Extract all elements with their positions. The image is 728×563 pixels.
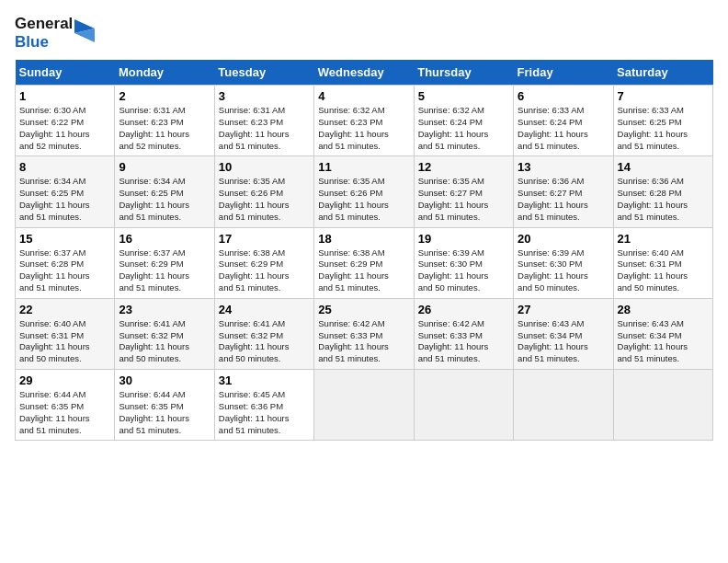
day-info: Sunrise: 6:37 AMSunset: 6:28 PMDaylight:…	[19, 247, 110, 294]
day-info: Sunrise: 6:32 AMSunset: 6:23 PMDaylight:…	[318, 105, 409, 152]
day-info: Sunrise: 6:39 AMSunset: 6:30 PMDaylight:…	[418, 247, 509, 294]
day-number: 8	[19, 160, 110, 174]
weekday-header: Thursday	[414, 60, 513, 86]
day-number: 10	[219, 160, 310, 174]
calendar-day-cell: 25Sunrise: 6:42 AMSunset: 6:33 PMDayligh…	[314, 298, 414, 369]
day-number: 7	[618, 89, 709, 103]
calendar-day-cell: 5Sunrise: 6:32 AMSunset: 6:24 PMDaylight…	[414, 86, 513, 156]
calendar-header: SundayMondayTuesdayWednesdayThursdayFrid…	[16, 60, 713, 86]
day-info: Sunrise: 6:33 AMSunset: 6:25 PMDaylight:…	[618, 105, 709, 152]
calendar-day-cell	[514, 370, 613, 441]
day-number: 27	[518, 303, 609, 316]
day-info: Sunrise: 6:38 AMSunset: 6:29 PMDaylight:…	[219, 247, 310, 294]
day-info: Sunrise: 6:36 AMSunset: 6:28 PMDaylight:…	[618, 176, 709, 223]
logo-bird-icon	[74, 19, 95, 47]
page-header: General Blue	[15, 15, 713, 51]
calendar-day-cell: 2Sunrise: 6:31 AMSunset: 6:23 PMDaylight…	[115, 86, 214, 156]
day-number: 13	[518, 160, 609, 174]
day-info: Sunrise: 6:42 AMSunset: 6:33 PMDaylight:…	[318, 318, 409, 365]
day-number: 2	[119, 89, 210, 103]
day-info: Sunrise: 6:37 AMSunset: 6:29 PMDaylight:…	[119, 247, 210, 294]
day-info: Sunrise: 6:39 AMSunset: 6:30 PMDaylight:…	[518, 247, 609, 294]
weekday-header: Saturday	[613, 60, 712, 86]
calendar-day-cell: 12Sunrise: 6:35 AMSunset: 6:27 PMDayligh…	[414, 156, 513, 227]
calendar-day-cell	[613, 370, 712, 441]
day-number: 6	[518, 89, 609, 103]
day-number: 20	[518, 232, 609, 246]
calendar-body: 1Sunrise: 6:30 AMSunset: 6:22 PMDaylight…	[16, 86, 713, 441]
calendar-day-cell: 26Sunrise: 6:42 AMSunset: 6:33 PMDayligh…	[414, 298, 513, 369]
day-number: 22	[19, 303, 110, 316]
day-info: Sunrise: 6:33 AMSunset: 6:24 PMDaylight:…	[518, 105, 609, 152]
calendar-day-cell: 27Sunrise: 6:43 AMSunset: 6:34 PMDayligh…	[514, 298, 613, 369]
calendar-day-cell: 15Sunrise: 6:37 AMSunset: 6:28 PMDayligh…	[16, 227, 115, 298]
day-info: Sunrise: 6:40 AMSunset: 6:31 PMDaylight:…	[19, 318, 110, 365]
day-info: Sunrise: 6:35 AMSunset: 6:27 PMDaylight:…	[418, 176, 509, 223]
day-info: Sunrise: 6:43 AMSunset: 6:34 PMDaylight:…	[618, 318, 709, 365]
day-number: 28	[618, 303, 709, 316]
day-info: Sunrise: 6:30 AMSunset: 6:22 PMDaylight:…	[19, 105, 110, 152]
day-info: Sunrise: 6:40 AMSunset: 6:31 PMDaylight:…	[618, 247, 709, 294]
weekday-row: SundayMondayTuesdayWednesdayThursdayFrid…	[16, 60, 713, 86]
calendar-day-cell: 7Sunrise: 6:33 AMSunset: 6:25 PMDaylight…	[613, 86, 712, 156]
day-number: 14	[618, 160, 709, 174]
day-number: 18	[318, 232, 409, 246]
calendar-day-cell: 11Sunrise: 6:35 AMSunset: 6:26 PMDayligh…	[314, 156, 414, 227]
day-number: 4	[318, 89, 409, 103]
day-number: 23	[119, 303, 210, 316]
day-number: 17	[219, 232, 310, 246]
day-number: 29	[19, 373, 110, 387]
calendar-day-cell: 31Sunrise: 6:45 AMSunset: 6:36 PMDayligh…	[214, 370, 313, 441]
calendar-day-cell: 4Sunrise: 6:32 AMSunset: 6:23 PMDaylight…	[314, 86, 414, 156]
day-number: 21	[618, 232, 709, 246]
day-number: 31	[219, 373, 310, 387]
day-info: Sunrise: 6:41 AMSunset: 6:32 PMDaylight:…	[219, 318, 310, 365]
calendar-day-cell: 14Sunrise: 6:36 AMSunset: 6:28 PMDayligh…	[613, 156, 712, 227]
calendar-day-cell: 6Sunrise: 6:33 AMSunset: 6:24 PMDaylight…	[514, 86, 613, 156]
day-info: Sunrise: 6:45 AMSunset: 6:36 PMDaylight:…	[219, 389, 310, 436]
calendar-day-cell: 21Sunrise: 6:40 AMSunset: 6:31 PMDayligh…	[613, 227, 712, 298]
day-number: 16	[119, 232, 210, 246]
calendar-week-row: 1Sunrise: 6:30 AMSunset: 6:22 PMDaylight…	[16, 86, 713, 156]
day-number: 19	[418, 232, 509, 246]
day-info: Sunrise: 6:42 AMSunset: 6:33 PMDaylight:…	[418, 318, 509, 365]
calendar-day-cell: 9Sunrise: 6:34 AMSunset: 6:25 PMDaylight…	[115, 156, 214, 227]
day-info: Sunrise: 6:35 AMSunset: 6:26 PMDaylight:…	[318, 176, 409, 223]
weekday-header: Monday	[115, 60, 214, 86]
calendar-table: SundayMondayTuesdayWednesdayThursdayFrid…	[15, 60, 713, 441]
day-info: Sunrise: 6:36 AMSunset: 6:27 PMDaylight:…	[518, 176, 609, 223]
calendar-day-cell: 22Sunrise: 6:40 AMSunset: 6:31 PMDayligh…	[16, 298, 115, 369]
calendar-day-cell: 19Sunrise: 6:39 AMSunset: 6:30 PMDayligh…	[414, 227, 513, 298]
day-number: 11	[318, 160, 409, 174]
day-number: 12	[418, 160, 509, 174]
calendar-day-cell: 30Sunrise: 6:44 AMSunset: 6:35 PMDayligh…	[115, 370, 214, 441]
day-number: 26	[418, 303, 509, 316]
calendar-day-cell	[314, 370, 414, 441]
calendar-day-cell	[414, 370, 513, 441]
day-number: 15	[19, 232, 110, 246]
day-info: Sunrise: 6:34 AMSunset: 6:25 PMDaylight:…	[19, 176, 110, 223]
logo: General Blue	[15, 15, 95, 51]
calendar-week-row: 15Sunrise: 6:37 AMSunset: 6:28 PMDayligh…	[16, 227, 713, 298]
weekday-header: Wednesday	[314, 60, 414, 86]
calendar-day-cell: 28Sunrise: 6:43 AMSunset: 6:34 PMDayligh…	[613, 298, 712, 369]
day-info: Sunrise: 6:32 AMSunset: 6:24 PMDaylight:…	[418, 105, 509, 152]
day-info: Sunrise: 6:31 AMSunset: 6:23 PMDaylight:…	[219, 105, 310, 152]
calendar-day-cell: 20Sunrise: 6:39 AMSunset: 6:30 PMDayligh…	[514, 227, 613, 298]
day-info: Sunrise: 6:44 AMSunset: 6:35 PMDaylight:…	[119, 389, 210, 436]
calendar-week-row: 29Sunrise: 6:44 AMSunset: 6:35 PMDayligh…	[16, 370, 713, 441]
day-info: Sunrise: 6:34 AMSunset: 6:25 PMDaylight:…	[119, 176, 210, 223]
day-info: Sunrise: 6:44 AMSunset: 6:35 PMDaylight:…	[19, 389, 110, 436]
calendar-day-cell: 18Sunrise: 6:38 AMSunset: 6:29 PMDayligh…	[314, 227, 414, 298]
day-info: Sunrise: 6:38 AMSunset: 6:29 PMDaylight:…	[318, 247, 409, 294]
day-info: Sunrise: 6:41 AMSunset: 6:32 PMDaylight:…	[119, 318, 210, 365]
calendar-week-row: 8Sunrise: 6:34 AMSunset: 6:25 PMDaylight…	[16, 156, 713, 227]
calendar-day-cell: 13Sunrise: 6:36 AMSunset: 6:27 PMDayligh…	[514, 156, 613, 227]
calendar-day-cell: 16Sunrise: 6:37 AMSunset: 6:29 PMDayligh…	[115, 227, 214, 298]
calendar-day-cell: 29Sunrise: 6:44 AMSunset: 6:35 PMDayligh…	[16, 370, 115, 441]
day-number: 9	[119, 160, 210, 174]
calendar-day-cell: 24Sunrise: 6:41 AMSunset: 6:32 PMDayligh…	[214, 298, 313, 369]
day-number: 1	[19, 89, 110, 103]
day-number: 24	[219, 303, 310, 316]
calendar-day-cell: 3Sunrise: 6:31 AMSunset: 6:23 PMDaylight…	[214, 86, 313, 156]
